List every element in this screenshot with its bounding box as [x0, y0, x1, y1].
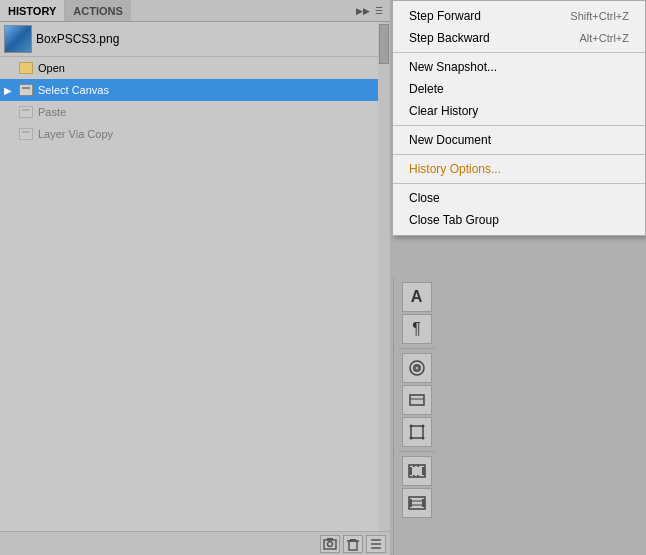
- history-file-row: BoxPSCS3.png: [0, 22, 390, 57]
- separator-4: [393, 183, 645, 184]
- separator-2: [393, 125, 645, 126]
- history-content: BoxPSCS3.png Open ▶ Select Canvas: [0, 22, 390, 531]
- menu-item-step-forward[interactable]: Step Forward Shift+Ctrl+Z: [393, 5, 645, 27]
- history-icon-layer: [18, 126, 34, 142]
- film1-icon: [408, 462, 426, 480]
- separator-1: [393, 52, 645, 53]
- panel-expand-icon[interactable]: ▶▶: [356, 4, 370, 18]
- svg-rect-2: [9, 30, 17, 36]
- menu-label-new-snapshot: New Snapshot...: [409, 60, 497, 74]
- toolbar-separator-2: [399, 451, 435, 452]
- svg-rect-27: [413, 465, 415, 467]
- shortcut-step-backward: Alt+Ctrl+Z: [579, 32, 629, 44]
- svg-point-6: [328, 541, 333, 546]
- tool-text-p[interactable]: ¶: [402, 314, 432, 344]
- svg-point-23: [421, 437, 424, 440]
- svg-rect-34: [409, 499, 412, 507]
- film2-icon: [408, 494, 426, 512]
- file-thumbnail-svg: [5, 26, 32, 53]
- trash-icon: [346, 537, 360, 551]
- tool-film2[interactable]: [402, 488, 432, 518]
- snapshot-button[interactable]: [320, 535, 340, 553]
- panel-tabs: HISTORY ACTIONS ▶▶ ☰: [0, 0, 390, 22]
- toolbar-separator-1: [399, 348, 435, 349]
- menu-item-new-document[interactable]: New Document: [393, 129, 645, 151]
- more-button[interactable]: [366, 535, 386, 553]
- svg-rect-26: [422, 467, 425, 475]
- svg-rect-10: [350, 539, 356, 541]
- history-item-layer-via-copy[interactable]: Layer Via Copy: [0, 123, 390, 145]
- history-icon-canvas: [18, 82, 34, 98]
- svg-rect-4: [9, 38, 27, 46]
- history-label-layer: Layer Via Copy: [38, 128, 113, 140]
- history-icon-open: [18, 60, 34, 76]
- history-icon-paste: [18, 104, 34, 120]
- history-label-open: Open: [38, 62, 65, 74]
- svg-rect-0: [5, 26, 32, 53]
- history-item-paste[interactable]: Paste: [0, 101, 390, 123]
- tool-text-t[interactable]: A: [402, 282, 432, 312]
- menu-label-history-options: History Options...: [409, 162, 501, 176]
- tool-record[interactable]: [402, 353, 432, 383]
- tool-film1[interactable]: [402, 456, 432, 486]
- more-icon: [369, 537, 383, 551]
- context-menu: Step Forward Shift+Ctrl+Z Step Backward …: [392, 0, 646, 236]
- history-item-open[interactable]: Open: [0, 57, 390, 79]
- menu-item-delete[interactable]: Delete: [393, 78, 645, 100]
- text-p-icon: ¶: [412, 320, 421, 338]
- svg-point-16: [415, 367, 418, 370]
- text-t-icon: A: [411, 288, 423, 306]
- delete-button[interactable]: [343, 535, 363, 553]
- history-item-select-canvas[interactable]: ▶ Select Canvas: [0, 79, 390, 101]
- history-list: Open ▶ Select Canvas Paste: [0, 57, 390, 531]
- history-bottom-bar: [0, 531, 390, 555]
- shortcut-step-forward: Shift+Ctrl+Z: [570, 10, 629, 22]
- menu-label-close: Close: [409, 191, 440, 205]
- menu-label-clear-history: Clear History: [409, 104, 478, 118]
- panel-icon: [408, 391, 426, 409]
- history-arrow-canvas: ▶: [4, 85, 14, 96]
- menu-item-clear-history[interactable]: Clear History: [393, 100, 645, 122]
- history-label-paste: Paste: [38, 106, 66, 118]
- tool-transform[interactable]: [402, 417, 432, 447]
- svg-rect-7: [327, 538, 333, 540]
- history-label-canvas: Select Canvas: [38, 84, 109, 96]
- menu-label-step-forward: Step Forward: [409, 9, 481, 23]
- separator-3: [393, 154, 645, 155]
- menu-item-step-backward[interactable]: Step Backward Alt+Ctrl+Z: [393, 27, 645, 49]
- tool-panel[interactable]: [402, 385, 432, 415]
- panel-menu-icon[interactable]: ☰: [372, 4, 386, 18]
- transform-icon: [408, 423, 426, 441]
- svg-rect-25: [409, 467, 412, 475]
- history-file-name: BoxPSCS3.png: [36, 32, 119, 46]
- menu-label-step-backward: Step Backward: [409, 31, 490, 45]
- menu-label-new-document: New Document: [409, 133, 491, 147]
- svg-rect-1: [7, 28, 31, 48]
- snapshot-icon: [323, 537, 337, 551]
- svg-rect-35: [422, 499, 425, 507]
- tab-actions[interactable]: ACTIONS: [65, 0, 131, 21]
- svg-rect-17: [410, 395, 424, 405]
- menu-label-close-tab-group: Close Tab Group: [409, 213, 499, 227]
- svg-rect-3: [19, 30, 27, 36]
- menu-item-new-snapshot[interactable]: New Snapshot...: [393, 56, 645, 78]
- menu-item-close-tab-group[interactable]: Close Tab Group: [393, 209, 645, 231]
- scrollbar-right[interactable]: [378, 22, 390, 531]
- right-toolbar: A ¶: [393, 278, 439, 555]
- svg-rect-30: [417, 475, 419, 477]
- svg-rect-19: [411, 426, 423, 438]
- history-panel: HISTORY ACTIONS ▶▶ ☰ BoxPSCS3.png: [0, 0, 390, 555]
- svg-point-22: [409, 437, 412, 440]
- tab-history[interactable]: HISTORY: [0, 0, 65, 21]
- history-file-thumb: [4, 25, 32, 53]
- menu-item-close[interactable]: Close: [393, 187, 645, 209]
- scrollbar-thumb[interactable]: [379, 24, 389, 64]
- svg-point-21: [421, 425, 424, 428]
- record-icon: [408, 359, 426, 377]
- menu-item-history-options[interactable]: History Options...: [393, 158, 645, 180]
- tab-expand-icons: ▶▶ ☰: [356, 4, 390, 18]
- svg-rect-28: [417, 465, 419, 467]
- svg-point-20: [409, 425, 412, 428]
- menu-label-delete: Delete: [409, 82, 444, 96]
- svg-rect-29: [413, 475, 415, 477]
